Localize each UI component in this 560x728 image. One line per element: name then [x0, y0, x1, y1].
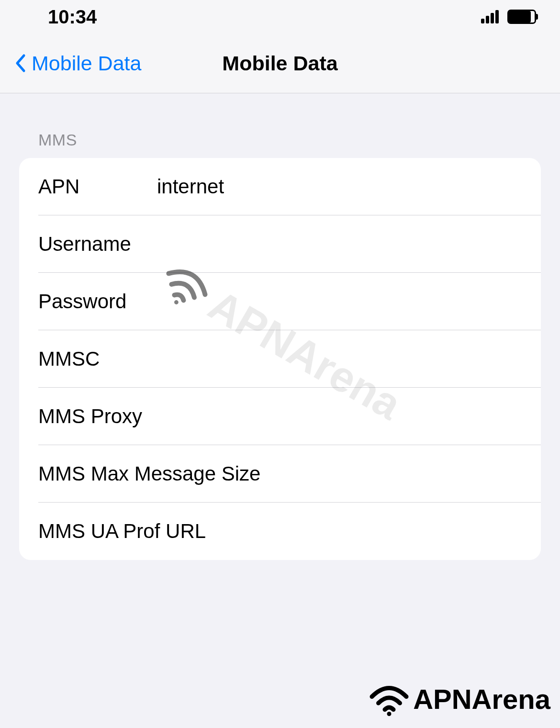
row-username[interactable]: Username	[19, 215, 541, 273]
chevron-left-icon	[14, 54, 26, 73]
footer-text: APNArena	[413, 683, 550, 715]
status-time: 10:34	[48, 6, 97, 28]
navigation-bar: Mobile Data Mobile Data	[0, 34, 560, 93]
label-password: Password	[38, 290, 153, 313]
input-apn[interactable]	[153, 175, 522, 198]
back-button[interactable]: Mobile Data	[14, 52, 141, 75]
section-header-mms: MMS	[19, 117, 541, 158]
footer-logo: APNArena	[368, 682, 550, 716]
svg-point-1	[387, 712, 392, 716]
row-mms-proxy[interactable]: MMS Proxy	[19, 388, 541, 445]
page-title: Mobile Data	[222, 52, 337, 75]
row-mms-max-message-size[interactable]: MMS Max Message Size	[19, 445, 541, 503]
label-mmsc: MMSC	[38, 347, 153, 370]
row-apn[interactable]: APN	[19, 158, 541, 215]
label-username: Username	[38, 233, 153, 256]
input-mmsc[interactable]	[153, 347, 522, 370]
battery-icon	[507, 10, 536, 24]
back-label: Mobile Data	[32, 52, 141, 75]
mms-settings-group: APN Username Password MMSC MMS Proxy MMS…	[19, 158, 541, 560]
label-mms-ua-prof-url: MMS UA Prof URL	[38, 520, 206, 543]
status-bar: 10:34	[0, 0, 560, 34]
content: MMS APN Username Password MMSC MMS Proxy…	[0, 93, 560, 560]
status-indicators	[481, 10, 536, 24]
cellular-signal-icon	[481, 10, 499, 23]
input-username[interactable]	[153, 233, 522, 256]
row-mmsc[interactable]: MMSC	[19, 330, 541, 388]
input-password[interactable]	[153, 290, 522, 313]
label-mms-max-message-size: MMS Max Message Size	[38, 462, 260, 485]
input-mms-proxy[interactable]	[153, 405, 522, 428]
row-password[interactable]: Password	[19, 273, 541, 330]
wifi-icon	[368, 682, 411, 716]
label-mms-proxy: MMS Proxy	[38, 405, 153, 428]
row-mms-ua-prof-url[interactable]: MMS UA Prof URL	[19, 503, 541, 560]
label-apn: APN	[38, 175, 153, 198]
